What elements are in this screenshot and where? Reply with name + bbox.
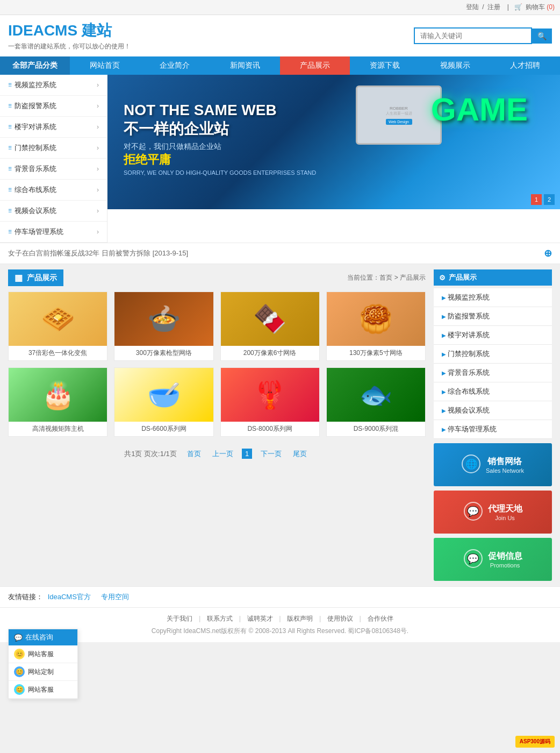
pagination-info: 共1页 页次:1/1页 <box>124 450 177 458</box>
right-menu-item-alarm[interactable]: 防盗报警系统 <box>434 307 552 326</box>
nav-item-news[interactable]: 新闻资讯 <box>210 56 280 75</box>
footer-link-terms[interactable]: 使用协议 <box>327 615 353 622</box>
sidebar-item-conference[interactable]: ⠿视频会议系统 › <box>0 201 107 222</box>
arrow-icon: › <box>97 207 99 215</box>
sidebar-item-alarm[interactable]: ⠿防盗报警系统 › <box>0 96 107 117</box>
right-menu: 视频监控系统 防盗报警系统 楼宇对讲系统 门禁控制系统 背景音乐系统 综合布线系… <box>434 288 552 439</box>
sidebar-item-parking[interactable]: ⠿停车场管理系统 › <box>0 222 107 243</box>
product-name-5: 高清视频矩阵主机 <box>9 422 107 436</box>
sidebar-item-intercom[interactable]: ⠿楼宇对讲系统 › <box>0 117 107 138</box>
pagination-next[interactable]: 下一页 <box>261 450 282 458</box>
right-menu-item-wiring[interactable]: 综合布线系统 <box>434 382 552 401</box>
product-image-4: 🥮 <box>327 292 425 346</box>
sep-5: | <box>360 614 361 622</box>
pagination-first[interactable]: 首页 <box>187 450 201 458</box>
sales-title: 销售网络 <box>486 456 524 467</box>
nav-item-video[interactable]: 视频展示 <box>420 56 490 75</box>
dot-icon: ⠿ <box>8 187 12 193</box>
product-item-8[interactable]: 🐟 DS-9000系列混 <box>326 367 426 437</box>
product-name-3: 200万像素6寸网络 <box>221 346 319 360</box>
right-menu-item-intercom[interactable]: 楼宇对讲系统 <box>434 326 552 345</box>
banner-dot-1[interactable]: 1 <box>531 194 542 205</box>
product-item-2[interactable]: 🍲 300万像素枪型网络 <box>114 292 213 361</box>
nav-item-recruit[interactable]: 人才招聘 <box>490 56 560 75</box>
logo-sub: 建站 <box>82 22 112 39</box>
dot-icon: ⠿ <box>8 145 12 151</box>
nav-item-home[interactable]: 网站首页 <box>70 56 140 75</box>
sales-network-banner[interactable]: 🌐 销售网络 Sales Network <box>434 443 552 486</box>
agency-content: 💬 代理天地 Join Us <box>464 502 522 522</box>
banner-sorry: SORRY, WE ONLY DO HIGH-QUALITY GOODS ENT… <box>124 169 316 176</box>
logo-slogan: 一套靠谱的建站系统，你可以放心的使用！ <box>8 42 131 51</box>
footer-link-partner[interactable]: 合作伙伴 <box>368 615 393 622</box>
section-title-text: 产品展示 <box>27 273 57 283</box>
globe-icon: 🌐 <box>462 454 480 473</box>
arrow-icon: › <box>97 123 99 131</box>
footer: 关于我们 | 联系方式 | 诚聘英才 | 版权声明 | 使用协议 | 合作伙伴 … <box>0 607 560 642</box>
agency-icon: 💬 <box>464 502 483 521</box>
right-menu-item-music[interactable]: 背景音乐系统 <box>434 364 552 382</box>
pagination-prev[interactable]: 上一页 <box>212 450 233 458</box>
content-wrapper: ⠿视频监控系统 › ⠿防盗报警系统 › ⠿楼宇对讲系统 › ⠿门禁控制系统 › … <box>0 75 560 243</box>
game-text: GAME <box>431 91 528 128</box>
register-link[interactable]: 注册 <box>487 3 500 11</box>
footer-link-recruit[interactable]: 诚聘英才 <box>247 615 273 622</box>
nav-item-products[interactable]: 产品展示 <box>280 56 350 75</box>
sidebar-item-cctv[interactable]: ⠿视频监控系统 › <box>0 75 107 96</box>
pagination-last[interactable]: 尾页 <box>293 450 307 458</box>
logo: IDEACMS 建站 <box>8 20 131 41</box>
product-name-1: 37倍彩色一体化变焦 <box>9 346 107 360</box>
news-add-button[interactable]: ⊕ <box>544 247 552 259</box>
arrow-icon: › <box>97 144 99 152</box>
sep-3: | <box>279 614 281 622</box>
nav-item-download[interactable]: 资源下载 <box>350 56 420 75</box>
product-item-5[interactable]: 🎂 高清视频矩阵主机 <box>8 367 107 437</box>
sidebar-item-music[interactable]: ⠿背景音乐系统 › <box>0 159 107 180</box>
banner-game: GAME <box>431 91 528 128</box>
main-content: ▦ 产品展示 当前位置：首页 > 产品展示 🧇 37倍彩色一体化变焦 🍲 300… <box>0 264 560 586</box>
right-sidebar: ⚙ 产品展示 视频监控系统 防盗报警系统 楼宇对讲系统 门禁控制系统 背景音乐系… <box>434 269 552 581</box>
dot-icon: ⠿ <box>8 82 12 88</box>
agency-banner[interactable]: 💬 代理天地 Join Us <box>434 491 552 534</box>
product-image-6: 🥣 <box>114 368 213 422</box>
right-menu-item-conference[interactable]: 视频会议系统 <box>434 401 552 420</box>
banner-dot-2[interactable]: 2 <box>544 194 555 205</box>
login-link[interactable]: 登陆 <box>466 3 479 11</box>
cart-link[interactable]: 购物车 <box>526 3 545 11</box>
promotions-wrapper: 💬 促销信息 Promotions <box>464 549 522 570</box>
product-image-1: 🧇 <box>9 292 107 346</box>
footer-link-copyright[interactable]: 版权声明 <box>287 615 313 622</box>
all-category[interactable]: 全部产品分类 <box>0 56 70 75</box>
right-menu-item-access[interactable]: 门禁控制系统 <box>434 345 552 364</box>
product-item-3[interactable]: 🍫 200万像素6寸网络 <box>220 292 320 361</box>
banner-dots: 1 2 <box>531 194 555 205</box>
search-button[interactable]: 🔍 <box>532 29 552 44</box>
product-item-1[interactable]: 🧇 37倍彩色一体化变焦 <box>8 292 107 361</box>
promotions-banner[interactable]: 💬 促销信息 Promotions <box>434 538 552 581</box>
search-input[interactable] <box>414 27 532 44</box>
banner-image: NOT THE SAME WEB 不一样的企业站 对不起，我们只做精品企业站 拒… <box>107 75 560 209</box>
product-name-7: DS-8000系列网 <box>221 422 319 436</box>
product-item-4[interactable]: 🥮 130万像素5寸网络 <box>326 292 426 361</box>
friends-link-space[interactable]: 专用空间 <box>101 593 129 601</box>
separator: / <box>482 3 484 11</box>
promotions-title: 促销信息 <box>488 551 522 562</box>
nav-item-about[interactable]: 企业简介 <box>140 56 210 75</box>
right-menu-item-parking[interactable]: 停车场管理系统 <box>434 420 552 439</box>
left-sidebar: ⠿视频监控系统 › ⠿防盗报警系统 › ⠿楼宇对讲系统 › ⠿门禁控制系统 › … <box>0 75 107 243</box>
footer-link-contact[interactable]: 联系方式 <box>207 615 233 622</box>
product-item-6[interactable]: 🥣 DS-6600系列网 <box>114 367 213 437</box>
dot-icon: ⠿ <box>8 229 12 235</box>
sidebar-item-wiring[interactable]: ⠿综合布线系统 › <box>0 180 107 201</box>
promotions-text: 促销信息 Promotions <box>488 551 522 569</box>
sidebar-item-access[interactable]: ⠿门禁控制系统 › <box>0 138 107 159</box>
promotions-subtitle: Promotions <box>488 562 522 569</box>
online-consult: 💬 在线咨询 😊 网站客服 😊 网站定制 😊 网站客服 <box>8 629 78 642</box>
banner-reject: 拒绝平庸 <box>124 153 171 166</box>
footer-link-about[interactable]: 关于我们 <box>167 615 192 622</box>
right-menu-item-cctv[interactable]: 视频监控系统 <box>434 288 552 307</box>
section-title: ▦ 产品展示 <box>8 269 63 286</box>
product-item-7[interactable]: 🦞 DS-8000系列网 <box>220 367 320 437</box>
friends-link-ideacms[interactable]: IdeaCMS官方 <box>48 593 91 601</box>
section-header: ▦ 产品展示 当前位置：首页 > 产品展示 <box>8 269 426 286</box>
